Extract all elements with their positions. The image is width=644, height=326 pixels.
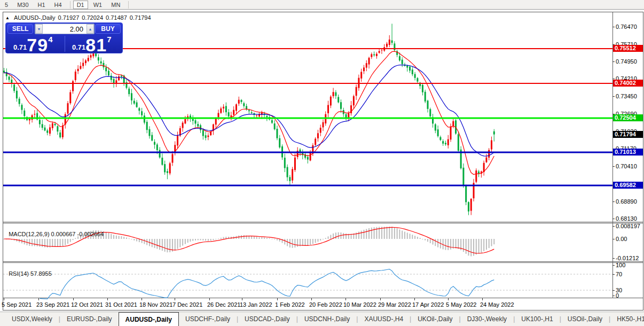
rsi-tick-mark xyxy=(612,290,615,291)
ohlc-low: 0.71487 xyxy=(106,14,127,21)
date-tick-mark xyxy=(242,298,242,300)
panel-divider xyxy=(65,36,65,52)
tab-eurusd-daily[interactable]: EURUSD-,Daily xyxy=(60,312,119,326)
price-tick-label: 0.70410 xyxy=(616,163,637,169)
price-tick-mark xyxy=(612,166,615,167)
date-label: 17 Apr 2022 xyxy=(412,301,444,308)
buy-price-big: 81 xyxy=(85,37,107,53)
date-tick-mark xyxy=(277,298,278,300)
price-tick-label: 0.76470 xyxy=(616,24,637,30)
sell-price-big: 79 xyxy=(27,37,48,53)
rsi-tick-mark xyxy=(612,296,615,296)
horizontal-line-price-label: 0.69582 xyxy=(613,182,643,189)
ohlc-close: 0.71794 xyxy=(130,14,151,21)
macd-label: MACD(12,26,9) 0.000667 -0.002664 xyxy=(5,224,104,237)
date-label: 5 Sep 2021 xyxy=(2,301,32,308)
chart-header: ▲ AUDUSD-,Daily 0.71927 0.72024 0.71487 … xyxy=(5,14,154,21)
tab-usdchf-daily[interactable]: USDCHF-,Daily xyxy=(179,312,237,326)
price-tick-label: 0.68130 xyxy=(616,215,637,222)
buy-price-pip: 7 xyxy=(107,35,111,44)
sell-price-pip: 4 xyxy=(48,35,52,44)
date-tick-mark xyxy=(345,298,346,300)
date-label: 1 Feb 2022 xyxy=(275,301,305,308)
horizontal-line-price-label: 0.72504 xyxy=(613,114,643,121)
date-tick-mark xyxy=(107,298,108,300)
date-tick-mark xyxy=(209,298,210,300)
price-tick-mark xyxy=(612,201,615,202)
date-label: 26 Dec 2021 xyxy=(207,301,240,308)
buy-price-prefix: 0.71 xyxy=(72,43,85,53)
horizontal-line-price-label: 0.74002 xyxy=(613,80,643,87)
date-label: 20 Feb 2022 xyxy=(309,301,342,308)
tab-usdx-weekly[interactable]: USDX,Weekly xyxy=(5,312,59,326)
price-tick-mark xyxy=(612,27,615,27)
one-click-trade-panel: SELL ▼ 2.00 ▲ BUY 0.71 79 4 0.71 81 7 xyxy=(5,22,123,53)
price-tick-label: 0.74950 xyxy=(616,58,637,65)
tab-uk100-h1[interactable]: UK100-,H1 xyxy=(515,312,559,326)
chart-tab-bar: USDX,Weekly|EURUSD-,DailyAUDUSD-,DailyUS… xyxy=(0,312,644,326)
date-tick-mark xyxy=(142,298,142,300)
symbol-title: AUDUSD-,Daily xyxy=(14,14,56,21)
date-tick-mark xyxy=(73,298,74,300)
tab-hk50-h1[interactable]: HK50-,H1 xyxy=(610,312,644,326)
tab-dj30-weekly[interactable]: DJ30-,Weekly xyxy=(461,312,513,326)
buy-button[interactable]: BUY xyxy=(95,24,121,34)
date-tick-mark xyxy=(311,298,312,300)
price-tick-mark xyxy=(612,96,615,97)
rsi-tick-mark xyxy=(612,274,615,275)
rsi-tick-mark xyxy=(612,265,615,266)
ohlc-high: 0.72024 xyxy=(82,14,103,21)
horizontal-line-price-label: 0.71013 xyxy=(613,149,643,156)
macd-tick-label: 0.00 xyxy=(616,236,627,242)
price-tick-mark xyxy=(612,61,615,62)
volume-input[interactable]: 2.00 xyxy=(43,24,87,34)
date-tick-mark xyxy=(448,298,449,300)
date-tick-mark xyxy=(380,298,381,300)
price-tick-label: 0.68890 xyxy=(616,198,637,205)
date-label: 18 Nov 2021 xyxy=(139,301,172,308)
tab-audusd-daily[interactable]: AUDUSD-,Daily xyxy=(119,312,179,326)
rsi-label: RSI(14) 57.8955 xyxy=(5,264,52,277)
rsi-tick-label: 100 xyxy=(616,262,625,268)
volume-increase-button[interactable]: ▲ xyxy=(87,24,94,34)
sell-button[interactable]: SELL xyxy=(7,24,33,34)
price-tick-mark xyxy=(612,219,615,219)
macd-tick-mark xyxy=(612,239,615,239)
macd-tick-label: 0.008197 xyxy=(616,223,640,229)
current-price-label: 0.71794 xyxy=(613,131,643,138)
date-tick-mark xyxy=(175,298,175,300)
sell-price: 0.71 79 4 xyxy=(13,36,52,53)
date-label: 29 Mar 2022 xyxy=(378,301,411,308)
buy-price: 0.71 81 7 xyxy=(72,36,111,53)
date-label: 7 Dec 2021 xyxy=(172,301,202,308)
volume-stepper: ▼ 2.00 ▲ xyxy=(35,24,95,34)
date-tick-mark xyxy=(482,298,483,300)
date-label: 10 Mar 2022 xyxy=(343,301,376,308)
sell-price-prefix: 0.71 xyxy=(13,43,27,53)
date-tick-mark xyxy=(38,298,39,300)
collapse-panel-icon[interactable]: ▲ xyxy=(5,15,10,20)
macd-tick-mark xyxy=(612,258,615,259)
date-label: 13 Jan 2022 xyxy=(240,301,272,308)
macd-tick-mark xyxy=(612,226,615,227)
tab-usdcad-daily[interactable]: USDCAD-,Daily xyxy=(238,312,296,326)
price-tick-mark xyxy=(612,79,615,79)
date-label: 5 May 2022 xyxy=(446,301,476,308)
rsi-tick-label: 70 xyxy=(616,271,622,277)
date-tick-mark xyxy=(4,298,4,300)
date-label: 24 May 2022 xyxy=(480,301,514,308)
macd-tick-label: -0.01212 xyxy=(616,255,639,261)
date-label: 31 Oct 2021 xyxy=(105,301,137,308)
date-tick-mark xyxy=(414,298,415,300)
tab-xauusd-h4[interactable]: XAUUSD-,H4 xyxy=(358,312,410,326)
date-label: 23 Sep 2021 xyxy=(36,301,69,308)
volume-decrease-button[interactable]: ▼ xyxy=(35,24,43,34)
rsi-tick-label: 0 xyxy=(616,292,619,299)
price-tick-label: 0.73450 xyxy=(616,93,637,99)
date-label: 12 Oct 2021 xyxy=(71,301,103,308)
horizontal-line-price-label: 0.75512 xyxy=(613,45,643,52)
tab-usoil-daily[interactable]: USOil-,Daily xyxy=(561,312,609,326)
ohlc-open: 0.71927 xyxy=(58,14,80,21)
tab-usdcnh-daily[interactable]: USDCNH-,Daily xyxy=(298,312,356,326)
tab-ukoil-daily[interactable]: UKOil-,Daily xyxy=(411,312,459,326)
